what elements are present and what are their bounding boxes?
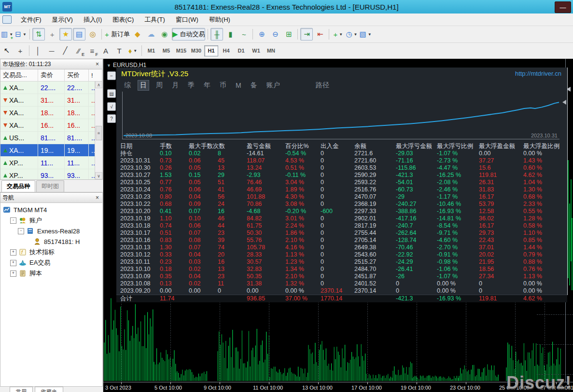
stats-tab-年[interactable]: 年	[202, 81, 212, 90]
stats-tab-季[interactable]: 季	[186, 81, 196, 90]
menu-item[interactable]: 帮助(H)	[204, 14, 236, 26]
line-chart-icon[interactable]: ~	[238, 28, 250, 41]
column-header[interactable]: !	[89, 69, 102, 81]
market-watch-row[interactable]: XA...19...19......	[0, 144, 102, 157]
new-chart-icon[interactable]: ▥+▼	[0, 28, 14, 41]
sounds-icon[interactable]: ◉	[158, 28, 171, 41]
periods-icon[interactable]: ◷▼	[345, 28, 358, 41]
market-watch-scrollbar[interactable]: ∧ ≡ ∨	[95, 81, 102, 179]
tile-windows-icon[interactable]: ⊞	[282, 28, 295, 41]
panel-image-button[interactable]: ▤	[107, 89, 116, 98]
stats-tab-币[interactable]: 币	[218, 81, 228, 90]
panel-minimize-button[interactable]: −	[107, 71, 116, 80]
navigator-item-ea[interactable]: +EA交易	[0, 257, 102, 268]
stats-tab-M[interactable]: M	[234, 81, 243, 90]
shift-end-icon[interactable]: ⇤	[314, 28, 326, 41]
strategy-tester-icon[interactable]: ◎	[86, 28, 99, 41]
minimize-button[interactable]: —	[555, 1, 571, 13]
scroll-up-icon[interactable]: ∧	[95, 81, 102, 88]
text-icon[interactable]: A	[99, 44, 112, 57]
cursor-icon[interactable]: ↖	[0, 44, 13, 57]
column-header[interactable]: 买价	[65, 69, 89, 81]
collapse-icon[interactable]: -	[18, 228, 24, 234]
profiles-icon[interactable]: ⊟▼	[14, 28, 27, 41]
timeframe-M15[interactable]: M15	[174, 45, 188, 56]
market-watch-row[interactable]: XP...11...11......	[0, 157, 102, 169]
zoom-out-icon[interactable]: ⊖	[269, 28, 281, 41]
indicators-icon[interactable]: +▼	[332, 28, 344, 41]
market-watch-row[interactable]: XA...22....22......	[0, 81, 102, 94]
fibonacci-icon[interactable]: ≡F	[86, 44, 98, 57]
panel-apply-button[interactable]: √	[107, 102, 116, 111]
column-header[interactable]: 交易品...	[0, 69, 38, 81]
scroll-thumb[interactable]: ≡	[96, 126, 102, 140]
menu-item[interactable]: 插入(I)	[78, 14, 107, 26]
stats-panel-link[interactable]: http://mtdriver.cn	[515, 70, 561, 77]
expand-icon[interactable]: +	[10, 249, 16, 256]
timeframe-W1[interactable]: W1	[249, 45, 263, 56]
menu-item[interactable]: 窗口(W)	[170, 14, 204, 26]
timeframe-H4[interactable]: H4	[219, 45, 233, 56]
bar-chart-icon[interactable]: ╫	[210, 28, 223, 41]
shapes-icon[interactable]: ♦▼	[126, 44, 139, 57]
timeframe-H1[interactable]: H1	[204, 45, 218, 56]
new-order-icon[interactable]: +新订单	[104, 28, 130, 41]
stats-tab-综[interactable]: 综	[122, 81, 133, 90]
stats-tab-周[interactable]: 周	[154, 81, 165, 90]
tab-收藏夹[interactable]: 收藏夹	[35, 387, 63, 392]
metaeditor-icon[interactable]: ◆	[131, 28, 144, 41]
menu-item[interactable]: 显示(V)	[47, 14, 78, 26]
market-watch-row[interactable]: US...81....81......	[0, 132, 102, 144]
timeframe-D1[interactable]: D1	[234, 45, 248, 56]
market-watch-row[interactable]: XA...18...18......	[0, 107, 102, 119]
timeframe-M30[interactable]: M30	[189, 45, 203, 56]
crosshair-icon[interactable]: +	[14, 44, 27, 57]
menu-item[interactable]: 图表(C)	[107, 14, 139, 26]
tab-即时图[interactable]: 即时图	[36, 180, 64, 192]
trendline-icon[interactable]: ╱	[59, 44, 71, 57]
tab-常用[interactable]: 常用	[10, 387, 33, 392]
stats-tab-账户[interactable]: 账户	[265, 81, 282, 90]
menu-item[interactable]: 工具(T)	[139, 14, 170, 26]
market-watch-row[interactable]: XP...93...93......	[0, 169, 102, 180]
menu-item[interactable]: 文件(F)	[15, 14, 47, 26]
timeframe-MN[interactable]: MN	[264, 45, 278, 56]
candlestick-icon[interactable]: ▮	[224, 28, 237, 41]
horizontal-line-icon[interactable]: ─	[45, 44, 58, 57]
shift-chart-icon[interactable]: ⇥	[300, 28, 313, 41]
timeframe-M5[interactable]: M5	[159, 45, 173, 56]
chart-area[interactable]: ▼EURUSD,H1 −▤√? MTDriver统计 ,V3.25 http:/…	[103, 59, 573, 392]
collapse-icon[interactable]: -	[10, 217, 16, 224]
market-watch-row[interactable]: XA...31...31......	[0, 94, 102, 107]
market-watch-row[interactable]: XA...16...16......	[0, 119, 102, 132]
templates-icon[interactable]: ▧▼	[359, 28, 372, 41]
stats-tab-月[interactable]: 月	[170, 81, 181, 90]
navigator-item-indicator[interactable]: +f技术指标	[0, 247, 102, 257]
tab-交易品种[interactable]: 交易品种	[1, 180, 35, 192]
stats-tab-日[interactable]: 日	[138, 81, 149, 90]
column-header[interactable]: 卖价	[38, 69, 65, 81]
close-icon[interactable]: ×	[94, 61, 100, 68]
timeframe-M1[interactable]: M1	[144, 45, 158, 56]
stats-tab-路径[interactable]: 路径	[314, 81, 331, 90]
navigator-icon[interactable]: ★	[59, 28, 72, 41]
expand-icon[interactable]: +	[10, 260, 16, 266]
navigator-item-accounts[interactable]: -账户	[0, 215, 102, 226]
panel-help-button[interactable]: ?	[107, 114, 116, 123]
channel-icon[interactable]: ∕∕E	[72, 44, 85, 57]
close-icon[interactable]: ×	[94, 194, 100, 201]
stats-tab-备[interactable]: 备	[249, 81, 259, 90]
vertical-line-icon[interactable]: │	[32, 44, 44, 57]
terminal-icon[interactable]: ▤	[73, 28, 85, 41]
navigator-item-mt4[interactable]: TMGM MT4	[0, 204, 102, 215]
label-icon[interactable]: T	[113, 44, 126, 57]
scroll-down-icon[interactable]: ∨	[95, 172, 102, 179]
autotrading-icon[interactable]: ▶自动交易	[172, 28, 206, 41]
navigator-item-account[interactable]: 85174181: H	[0, 236, 102, 247]
navigator-item-script[interactable]: +脚本	[0, 268, 102, 279]
expand-icon[interactable]: +	[10, 270, 16, 277]
navigator-item-server[interactable]: -Exness-Real28	[0, 226, 102, 236]
data-window-icon[interactable]: +	[46, 28, 58, 41]
zoom-in-icon[interactable]: ⊕	[255, 28, 268, 41]
mql5-community-icon[interactable]: ☁	[145, 28, 157, 41]
